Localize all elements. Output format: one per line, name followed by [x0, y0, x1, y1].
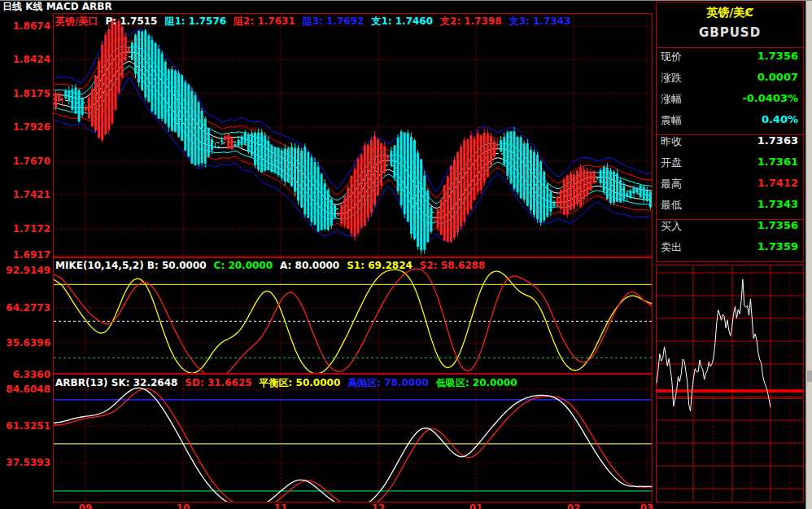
x-axis-label: 09 [79, 502, 93, 509]
quote-row: 卖出1.7359 [657, 240, 803, 261]
y-axis-label: 1.7172 [13, 223, 50, 235]
quote-value: 1.7363 [757, 134, 798, 147]
chart-area[interactable]: 1.86741.84241.81751.79261.76701.74211.71… [0, 0, 656, 509]
quote-value: 0.40% [762, 113, 798, 125]
scrollbar[interactable] [805, 0, 812, 509]
quote-separator [657, 219, 803, 220]
quote-row: 震幅0.40% [657, 113, 803, 134]
quote-label: 开盘 [661, 156, 682, 170]
quote-value: 1.7412 [757, 177, 798, 189]
quote-value: 1.7361 [757, 156, 798, 168]
quote-row: 昨收1.7363 [657, 134, 803, 156]
arbr-panel [54, 388, 652, 509]
quote-value: 1.7356 [757, 219, 798, 231]
quote-separator [657, 47, 803, 48]
quote-label: 昨收 [661, 134, 682, 149]
x-axis-label: 02 [567, 502, 581, 509]
quote-label: 最高 [661, 177, 682, 191]
quote-separator [657, 134, 803, 135]
quote-value: 1.7359 [757, 240, 798, 252]
y-axis-label: 84.6048 [6, 384, 50, 395]
y-axis-label: 35.6396 [6, 337, 50, 349]
quote-value: -0.0403% [742, 92, 798, 104]
window-top-border [0, 0, 812, 1]
y-axis-label: 1.8175 [13, 88, 50, 99]
quote-symbol-code: GBPUSD [657, 25, 803, 40]
quote-label: 涨跌 [661, 71, 682, 86]
quote-label: 涨幅 [661, 92, 682, 107]
quote-value: 1.7343 [757, 198, 798, 210]
quote-row: 现价1.7356 [657, 50, 803, 71]
y-axis-label: 61.3251 [6, 420, 50, 432]
quote-label: 现价 [661, 50, 682, 64]
quote-value: 1.7356 [757, 50, 798, 62]
quote-row: 开盘1.7361 [657, 156, 803, 177]
y-axis-label: 1.7421 [13, 189, 50, 200]
quote-row: 涨幅-0.0403% [657, 92, 803, 113]
y-axis-label: 1.7926 [13, 121, 50, 133]
quote-panel: 英镑/美Ȼ GBPUSD 现价1.7356涨跌0.0007涨幅-0.0403%震… [656, 2, 804, 262]
quote-row: 买入1.7356 [657, 219, 803, 240]
y-axis-label: 1.6917 [13, 249, 50, 261]
quote-label: 最低 [661, 198, 682, 213]
quote-label: 卖出 [661, 240, 682, 255]
x-axis-label: 10 [177, 502, 190, 509]
scrollbar-thumb[interactable] [807, 371, 812, 382]
y-axis-label: 1.7670 [13, 156, 50, 167]
y-axis-label: 37.5393 [6, 457, 50, 468]
y-axis-label: 6.3360 [13, 369, 50, 380]
y-axis-label: 64.2773 [6, 302, 50, 314]
quote-row: 涨跌0.0007 [657, 71, 803, 92]
quote-row: 最高1.7412 [657, 177, 803, 198]
trading-terminal-window: 日线 K线 MACD ARBR 1.86741.84241.81751.7926… [0, 0, 812, 509]
y-axis-label: 1.8674 [13, 20, 50, 32]
quote-value: 0.0007 [757, 71, 798, 83]
arbr-series-SK [54, 388, 652, 508]
y-axis-label: 92.9149 [6, 265, 50, 276]
x-axis-label: 01 [469, 502, 483, 509]
quote-row: 最低1.7343 [657, 198, 803, 219]
quote-label: 震幅 [661, 113, 682, 128]
x-axis-label: 12 [372, 502, 386, 509]
mini-grid [656, 265, 804, 502]
candles [55, 17, 652, 254]
page-title: 日线 K线 MACD ARBR [2, 1, 112, 12]
tick-minichart[interactable] [649, 263, 805, 509]
quote-symbol-name: 英镑/美Ȼ [657, 6, 803, 20]
mike-bands [54, 29, 652, 241]
quote-label: 买入 [661, 219, 682, 234]
mike-panel [54, 269, 652, 377]
x-axis-label: 11 [274, 502, 288, 509]
title-bar: 日线 K线 MACD ARBR [0, 1, 658, 13]
y-axis-label: 1.8424 [13, 54, 50, 65]
